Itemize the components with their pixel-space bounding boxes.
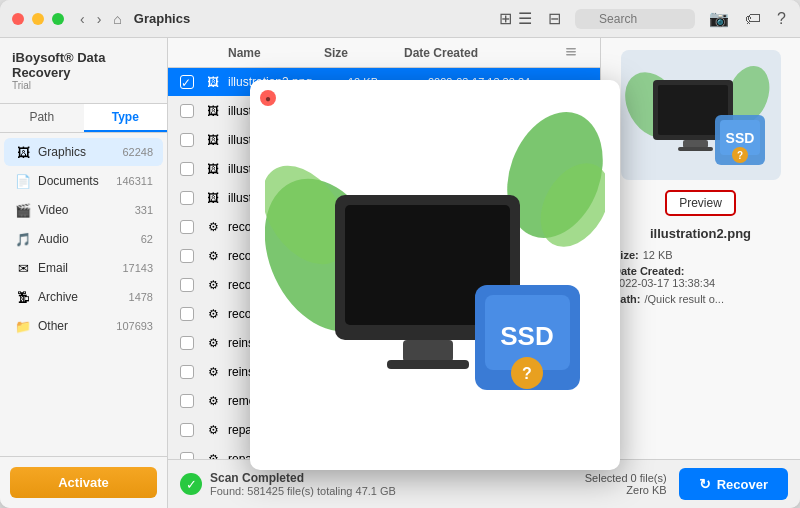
svg-rect-1 xyxy=(566,51,576,53)
svg-text:SSD: SSD xyxy=(500,321,553,351)
sidebar-item-graphics[interactable]: 🖼 Graphics 62248 xyxy=(4,138,163,166)
audio-count: 62 xyxy=(141,233,153,245)
app-subtitle: Trial xyxy=(12,80,155,91)
sidebar-header: iBoysoft® Data Recovery Trial xyxy=(0,38,167,104)
sidebar-items: 🖼 Graphics 62248 📄 Documents 146311 🎬 Vi… xyxy=(0,133,167,456)
tag-button[interactable]: 🏷 xyxy=(743,8,763,30)
popup-illustration: SSD ? xyxy=(265,95,605,455)
file-checkbox[interactable] xyxy=(180,452,194,459)
file-checkbox[interactable] xyxy=(180,365,194,379)
sidebar-item-video[interactable]: 🎬 Video 331 xyxy=(4,196,163,224)
selected-size: Zero KB xyxy=(585,484,667,496)
app-title: iBoysoft® Data Recovery xyxy=(12,50,155,80)
file-checkbox[interactable] xyxy=(180,104,194,118)
scan-completed-label: Scan Completed xyxy=(210,471,396,485)
svg-rect-7 xyxy=(683,140,708,148)
file-type-icon: ⚙ xyxy=(204,363,222,381)
documents-icon: 📄 xyxy=(14,172,32,190)
svg-text:SSD: SSD xyxy=(726,130,755,146)
titlebar-right: ⊞ ☰ ⊟ 🔍 📷 🏷 ? xyxy=(497,7,788,30)
popup-image-container: SSD ? xyxy=(250,80,620,470)
sidebar-item-audio[interactable]: 🎵 Audio 62 xyxy=(4,225,163,253)
file-info-date: Date Created: 2022-03-17 13:38:34 xyxy=(613,265,788,289)
home-button[interactable]: ⌂ xyxy=(109,9,125,29)
list-view-button[interactable]: ☰ xyxy=(516,7,534,30)
window-title: Graphics xyxy=(134,11,497,26)
file-list-header: Name Size Date Created xyxy=(168,38,600,68)
sidebar-item-email[interactable]: ✉ Email 17143 xyxy=(4,254,163,282)
file-info-size: Size: 12 KB xyxy=(613,249,788,261)
scan-complete-icon: ✓ xyxy=(180,473,202,495)
file-type-icon: ⚙ xyxy=(204,218,222,236)
sidebar: iBoysoft® Data Recovery Trial Path Type … xyxy=(0,38,168,508)
documents-count: 146311 xyxy=(116,175,153,187)
preview-popup: ● SSD ? xyxy=(250,80,620,470)
scan-status: ✓ Scan Completed Found: 581425 file(s) t… xyxy=(180,471,585,497)
other-count: 107693 xyxy=(116,320,153,332)
close-dot[interactable] xyxy=(12,13,24,25)
recover-button[interactable]: ↻ Recover xyxy=(679,468,788,500)
file-checkbox[interactable] xyxy=(180,220,194,234)
file-checkbox[interactable] xyxy=(180,423,194,437)
file-checkbox[interactable] xyxy=(180,394,194,408)
search-input[interactable] xyxy=(575,9,695,29)
file-type-icon: 🖼 xyxy=(204,189,222,207)
svg-rect-2 xyxy=(566,54,576,56)
forward-button[interactable]: › xyxy=(93,9,106,29)
file-checkbox[interactable]: ✓ xyxy=(180,75,194,89)
file-checkbox[interactable] xyxy=(180,133,194,147)
tab-path[interactable]: Path xyxy=(0,104,84,132)
file-checkbox[interactable] xyxy=(180,307,194,321)
svg-text:?: ? xyxy=(737,150,743,161)
right-panel: SSD ? Preview illustration2.png Size: 12… xyxy=(600,38,800,459)
size-value: 12 KB xyxy=(643,249,673,261)
svg-text:?: ? xyxy=(522,365,532,382)
popup-close-button[interactable]: ● xyxy=(260,90,276,106)
sidebar-item-documents[interactable]: 📄 Documents 146311 xyxy=(4,167,163,195)
file-type-icon: 🖼 xyxy=(204,131,222,149)
name-col-header: Name xyxy=(228,46,324,60)
other-icon: 📁 xyxy=(14,317,32,335)
svg-rect-22 xyxy=(387,360,469,369)
scan-details-label: Found: 581425 file(s) totaling 47.1 GB xyxy=(210,485,396,497)
minimize-dot[interactable] xyxy=(32,13,44,25)
selected-info: Selected 0 file(s) Zero KB xyxy=(585,472,667,496)
camera-button[interactable]: 📷 xyxy=(707,7,731,30)
file-checkbox[interactable] xyxy=(180,278,194,292)
graphics-label: Graphics xyxy=(38,145,122,159)
video-label: Video xyxy=(38,203,135,217)
path-value: /Quick result o... xyxy=(645,293,724,305)
file-type-icon: ⚙ xyxy=(204,421,222,439)
sidebar-item-archive[interactable]: 🗜 Archive 1478 xyxy=(4,283,163,311)
email-icon: ✉ xyxy=(14,259,32,277)
file-checkbox[interactable] xyxy=(180,162,194,176)
tab-type[interactable]: Type xyxy=(84,104,168,132)
recover-label: Recover xyxy=(717,477,768,492)
file-info-path: Path: /Quick result o... xyxy=(613,293,788,305)
grid-view-button[interactable]: ⊞ xyxy=(497,7,514,30)
file-checkbox[interactable] xyxy=(180,191,194,205)
recover-icon: ↻ xyxy=(699,476,711,492)
archive-icon: 🗜 xyxy=(14,288,32,306)
audio-label: Audio xyxy=(38,232,141,246)
file-checkbox[interactable] xyxy=(180,249,194,263)
extra-col-header xyxy=(564,44,588,61)
back-button[interactable]: ‹ xyxy=(76,9,89,29)
file-type-icon: ⚙ xyxy=(204,276,222,294)
date-col-header: Date Created xyxy=(404,46,564,60)
help-button[interactable]: ? xyxy=(775,8,788,30)
svg-rect-0 xyxy=(566,48,576,50)
maximize-dot[interactable] xyxy=(52,13,64,25)
window-controls xyxy=(12,13,64,25)
activate-button[interactable]: Activate xyxy=(10,467,157,498)
audio-icon: 🎵 xyxy=(14,230,32,248)
email-count: 17143 xyxy=(122,262,153,274)
filter-button[interactable]: ⊟ xyxy=(546,7,563,30)
video-icon: 🎬 xyxy=(14,201,32,219)
preview-button[interactable]: Preview xyxy=(665,190,736,216)
file-type-icon: ⚙ xyxy=(204,247,222,265)
documents-label: Documents xyxy=(38,174,116,188)
file-checkbox[interactable] xyxy=(180,336,194,350)
sidebar-item-other[interactable]: 📁 Other 107693 xyxy=(4,312,163,340)
file-type-icon: ⚙ xyxy=(204,305,222,323)
